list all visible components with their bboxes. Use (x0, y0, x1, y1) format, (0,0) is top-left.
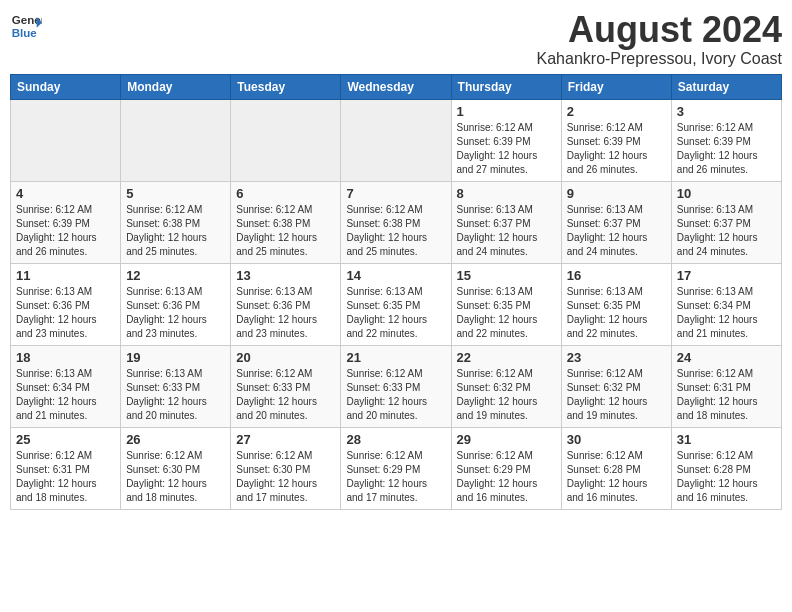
day-number: 1 (457, 104, 556, 119)
day-info: Sunrise: 6:13 AM Sunset: 6:35 PM Dayligh… (346, 285, 445, 341)
day-number: 29 (457, 432, 556, 447)
day-cell: 16Sunrise: 6:13 AM Sunset: 6:35 PM Dayli… (561, 263, 671, 345)
day-info: Sunrise: 6:13 AM Sunset: 6:36 PM Dayligh… (16, 285, 115, 341)
day-cell: 17Sunrise: 6:13 AM Sunset: 6:34 PM Dayli… (671, 263, 781, 345)
day-cell: 8Sunrise: 6:13 AM Sunset: 6:37 PM Daylig… (451, 181, 561, 263)
day-info: Sunrise: 6:12 AM Sunset: 6:31 PM Dayligh… (16, 449, 115, 505)
day-cell: 3Sunrise: 6:12 AM Sunset: 6:39 PM Daylig… (671, 99, 781, 181)
day-info: Sunrise: 6:12 AM Sunset: 6:30 PM Dayligh… (126, 449, 225, 505)
day-info: Sunrise: 6:12 AM Sunset: 6:28 PM Dayligh… (677, 449, 776, 505)
weekday-header-row: SundayMondayTuesdayWednesdayThursdayFrid… (11, 74, 782, 99)
weekday-header-sunday: Sunday (11, 74, 121, 99)
day-number: 18 (16, 350, 115, 365)
day-info: Sunrise: 6:12 AM Sunset: 6:32 PM Dayligh… (567, 367, 666, 423)
day-info: Sunrise: 6:13 AM Sunset: 6:37 PM Dayligh… (457, 203, 556, 259)
day-info: Sunrise: 6:12 AM Sunset: 6:39 PM Dayligh… (567, 121, 666, 177)
day-number: 6 (236, 186, 335, 201)
day-cell: 9Sunrise: 6:13 AM Sunset: 6:37 PM Daylig… (561, 181, 671, 263)
day-cell: 18Sunrise: 6:13 AM Sunset: 6:34 PM Dayli… (11, 345, 121, 427)
day-number: 26 (126, 432, 225, 447)
day-number: 20 (236, 350, 335, 365)
day-cell: 12Sunrise: 6:13 AM Sunset: 6:36 PM Dayli… (121, 263, 231, 345)
day-number: 31 (677, 432, 776, 447)
week-row-3: 11Sunrise: 6:13 AM Sunset: 6:36 PM Dayli… (11, 263, 782, 345)
day-info: Sunrise: 6:12 AM Sunset: 6:32 PM Dayligh… (457, 367, 556, 423)
day-info: Sunrise: 6:12 AM Sunset: 6:33 PM Dayligh… (236, 367, 335, 423)
day-info: Sunrise: 6:13 AM Sunset: 6:35 PM Dayligh… (457, 285, 556, 341)
day-number: 25 (16, 432, 115, 447)
day-info: Sunrise: 6:12 AM Sunset: 6:38 PM Dayligh… (126, 203, 225, 259)
day-number: 23 (567, 350, 666, 365)
day-number: 12 (126, 268, 225, 283)
day-number: 16 (567, 268, 666, 283)
day-number: 19 (126, 350, 225, 365)
day-cell: 27Sunrise: 6:12 AM Sunset: 6:30 PM Dayli… (231, 427, 341, 509)
day-cell: 24Sunrise: 6:12 AM Sunset: 6:31 PM Dayli… (671, 345, 781, 427)
day-info: Sunrise: 6:13 AM Sunset: 6:36 PM Dayligh… (126, 285, 225, 341)
day-cell: 28Sunrise: 6:12 AM Sunset: 6:29 PM Dayli… (341, 427, 451, 509)
day-cell: 5Sunrise: 6:12 AM Sunset: 6:38 PM Daylig… (121, 181, 231, 263)
logo-icon: General Blue (10, 10, 42, 42)
day-info: Sunrise: 6:13 AM Sunset: 6:37 PM Dayligh… (567, 203, 666, 259)
day-number: 15 (457, 268, 556, 283)
day-info: Sunrise: 6:12 AM Sunset: 6:30 PM Dayligh… (236, 449, 335, 505)
day-info: Sunrise: 6:13 AM Sunset: 6:33 PM Dayligh… (126, 367, 225, 423)
day-number: 7 (346, 186, 445, 201)
day-info: Sunrise: 6:12 AM Sunset: 6:29 PM Dayligh… (346, 449, 445, 505)
day-cell: 25Sunrise: 6:12 AM Sunset: 6:31 PM Dayli… (11, 427, 121, 509)
day-number: 14 (346, 268, 445, 283)
day-info: Sunrise: 6:12 AM Sunset: 6:39 PM Dayligh… (457, 121, 556, 177)
day-info: Sunrise: 6:12 AM Sunset: 6:28 PM Dayligh… (567, 449, 666, 505)
day-info: Sunrise: 6:12 AM Sunset: 6:39 PM Dayligh… (677, 121, 776, 177)
day-cell (341, 99, 451, 181)
day-number: 13 (236, 268, 335, 283)
day-cell (231, 99, 341, 181)
week-row-5: 25Sunrise: 6:12 AM Sunset: 6:31 PM Dayli… (11, 427, 782, 509)
day-number: 28 (346, 432, 445, 447)
week-row-1: 1Sunrise: 6:12 AM Sunset: 6:39 PM Daylig… (11, 99, 782, 181)
day-number: 5 (126, 186, 225, 201)
day-number: 17 (677, 268, 776, 283)
day-info: Sunrise: 6:12 AM Sunset: 6:33 PM Dayligh… (346, 367, 445, 423)
calendar-title: August 2024 (537, 10, 782, 50)
day-info: Sunrise: 6:12 AM Sunset: 6:38 PM Dayligh… (236, 203, 335, 259)
calendar-subtitle: Kahankro-Prepressou, Ivory Coast (537, 50, 782, 68)
weekday-header-friday: Friday (561, 74, 671, 99)
day-info: Sunrise: 6:12 AM Sunset: 6:39 PM Dayligh… (16, 203, 115, 259)
logo: General Blue (10, 10, 46, 42)
day-cell: 10Sunrise: 6:13 AM Sunset: 6:37 PM Dayli… (671, 181, 781, 263)
day-info: Sunrise: 6:12 AM Sunset: 6:31 PM Dayligh… (677, 367, 776, 423)
title-area: August 2024 Kahankro-Prepressou, Ivory C… (537, 10, 782, 68)
day-cell (121, 99, 231, 181)
week-row-2: 4Sunrise: 6:12 AM Sunset: 6:39 PM Daylig… (11, 181, 782, 263)
day-cell: 19Sunrise: 6:13 AM Sunset: 6:33 PM Dayli… (121, 345, 231, 427)
day-number: 11 (16, 268, 115, 283)
day-number: 8 (457, 186, 556, 201)
day-number: 24 (677, 350, 776, 365)
weekday-header-thursday: Thursday (451, 74, 561, 99)
calendar-table: SundayMondayTuesdayWednesdayThursdayFrid… (10, 74, 782, 510)
day-info: Sunrise: 6:13 AM Sunset: 6:34 PM Dayligh… (677, 285, 776, 341)
day-number: 9 (567, 186, 666, 201)
day-number: 27 (236, 432, 335, 447)
day-info: Sunrise: 6:12 AM Sunset: 6:38 PM Dayligh… (346, 203, 445, 259)
page-header: General Blue August 2024 Kahankro-Prepre… (10, 10, 782, 68)
day-cell: 2Sunrise: 6:12 AM Sunset: 6:39 PM Daylig… (561, 99, 671, 181)
day-number: 21 (346, 350, 445, 365)
day-cell: 30Sunrise: 6:12 AM Sunset: 6:28 PM Dayli… (561, 427, 671, 509)
day-cell: 26Sunrise: 6:12 AM Sunset: 6:30 PM Dayli… (121, 427, 231, 509)
day-info: Sunrise: 6:12 AM Sunset: 6:29 PM Dayligh… (457, 449, 556, 505)
day-cell: 23Sunrise: 6:12 AM Sunset: 6:32 PM Dayli… (561, 345, 671, 427)
day-cell: 29Sunrise: 6:12 AM Sunset: 6:29 PM Dayli… (451, 427, 561, 509)
day-info: Sunrise: 6:13 AM Sunset: 6:36 PM Dayligh… (236, 285, 335, 341)
day-cell: 13Sunrise: 6:13 AM Sunset: 6:36 PM Dayli… (231, 263, 341, 345)
day-number: 4 (16, 186, 115, 201)
day-cell: 31Sunrise: 6:12 AM Sunset: 6:28 PM Dayli… (671, 427, 781, 509)
day-number: 2 (567, 104, 666, 119)
day-cell: 6Sunrise: 6:12 AM Sunset: 6:38 PM Daylig… (231, 181, 341, 263)
day-number: 30 (567, 432, 666, 447)
day-info: Sunrise: 6:13 AM Sunset: 6:35 PM Dayligh… (567, 285, 666, 341)
day-cell: 21Sunrise: 6:12 AM Sunset: 6:33 PM Dayli… (341, 345, 451, 427)
day-cell: 22Sunrise: 6:12 AM Sunset: 6:32 PM Dayli… (451, 345, 561, 427)
day-cell: 4Sunrise: 6:12 AM Sunset: 6:39 PM Daylig… (11, 181, 121, 263)
